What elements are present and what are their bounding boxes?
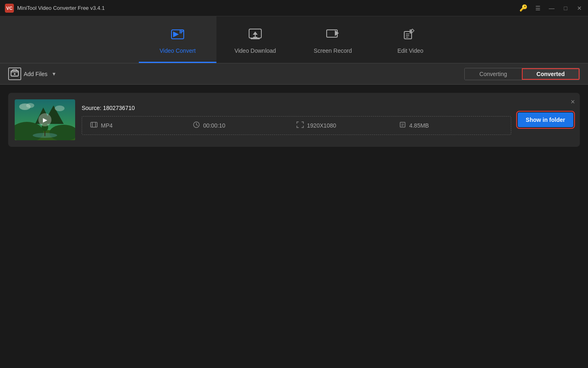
file-card: ▶ Source: 1802736710 MP4	[8, 93, 580, 147]
nav-tab-rest	[449, 16, 588, 63]
video-thumbnail[interactable]: ▶	[15, 99, 75, 140]
format-item: MP4	[90, 121, 193, 130]
title-bar: VC MiniTool Video Converter Free v3.4.1 …	[0, 0, 588, 16]
size-icon	[399, 121, 406, 130]
svg-point-24	[55, 105, 65, 111]
tab-edit-video[interactable]: Edit Video	[372, 16, 449, 63]
sub-tab-converting[interactable]: Converting	[465, 68, 522, 80]
play-button[interactable]: ▶	[38, 113, 51, 126]
video-download-icon	[248, 28, 262, 43]
tab-video-convert[interactable]: Video Convert	[139, 16, 216, 63]
tab-screen-record[interactable]: Screen Record	[294, 16, 372, 63]
content-area: ▶ Source: 1802736710 MP4	[0, 85, 588, 368]
svg-marker-2	[253, 31, 258, 35]
toolbar: Add Files ▼ Converting Converted	[0, 63, 588, 85]
show-in-folder-button[interactable]: Show in folder	[518, 112, 573, 127]
svg-line-33	[196, 125, 198, 126]
file-details: MP4 00:00:10	[82, 116, 511, 135]
app-logo: VC	[5, 4, 14, 13]
screen-record-icon	[326, 28, 340, 43]
file-info: Source: 1802736710 MP4	[82, 105, 511, 135]
format-value: MP4	[101, 122, 113, 129]
nav-spacer	[0, 16, 139, 63]
nav-tabs: Video Convert Video Download Screen Reco…	[0, 16, 588, 63]
svg-point-23	[26, 103, 34, 108]
key-icon[interactable]: 🔑	[519, 4, 528, 12]
size-item: 4.85MB	[399, 121, 502, 130]
app-title: MiniTool Video Converter Free v3.4.1	[17, 5, 105, 11]
duration-value: 00:00:10	[203, 122, 225, 129]
source-value: 1802736710	[103, 105, 135, 111]
menu-icon[interactable]: ☰	[534, 4, 541, 12]
minimize-button[interactable]: —	[548, 4, 555, 12]
tab-screen-record-label: Screen Record	[314, 47, 352, 54]
format-icon	[90, 121, 98, 130]
edit-video-icon	[403, 28, 417, 43]
tab-video-download[interactable]: Video Download	[216, 16, 294, 63]
add-files-button[interactable]: Add Files ▼	[8, 67, 56, 80]
add-files-icon	[8, 67, 21, 80]
source-label: Source:	[82, 105, 101, 111]
svg-rect-28	[91, 122, 97, 127]
svg-point-3	[255, 31, 256, 31]
title-bar-controls: 🔑 ☰ — □ ✕	[519, 4, 583, 12]
video-convert-icon	[171, 28, 185, 43]
sub-tab-converted[interactable]: Converted	[522, 68, 579, 80]
close-card-button[interactable]: ×	[570, 98, 575, 106]
duration-icon	[193, 121, 200, 130]
resolution-item: 1920X1080	[296, 121, 399, 130]
tab-video-convert-label: Video Convert	[160, 47, 196, 54]
add-files-label: Add Files	[24, 71, 47, 77]
add-files-dropdown-icon[interactable]: ▼	[51, 71, 56, 77]
resolution-icon	[296, 121, 304, 130]
sub-tabs: Converting Converted	[464, 68, 580, 80]
file-source: Source: 1802736710	[82, 105, 511, 111]
duration-item: 00:00:10	[193, 121, 296, 130]
tab-edit-video-label: Edit Video	[397, 47, 423, 54]
title-bar-left: VC MiniTool Video Converter Free v3.4.1	[5, 4, 105, 13]
size-value: 4.85MB	[409, 122, 429, 129]
resolution-value: 1920X1080	[307, 122, 336, 129]
maximize-button[interactable]: □	[562, 4, 569, 12]
svg-rect-9	[404, 31, 412, 39]
close-button[interactable]: ✕	[576, 4, 583, 12]
tab-video-download-label: Video Download	[234, 47, 276, 54]
